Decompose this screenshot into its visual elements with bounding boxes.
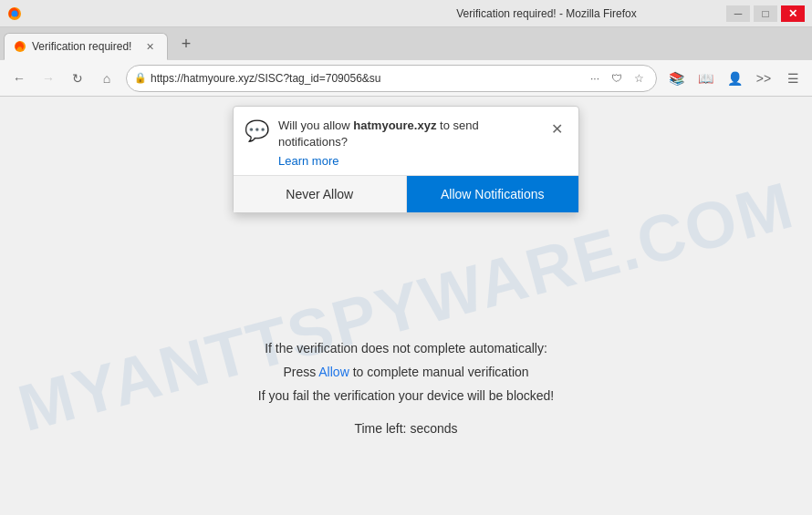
maximize-button[interactable]: □ <box>754 5 777 22</box>
security-icon: 🔒 <box>134 72 147 84</box>
library-button[interactable]: 📚 <box>662 65 690 92</box>
svg-point-1 <box>12 10 18 16</box>
window-controls: ─ □ ✕ <box>726 5 805 22</box>
account-button[interactable]: 👤 <box>721 65 748 92</box>
active-tab[interactable]: Verification required! ✕ <box>4 33 168 60</box>
popup-text-area: Will you allow hatmyoure.xyz to send not… <box>278 118 536 168</box>
time-left: Time left: seconds <box>258 421 555 436</box>
page-content: 💬 Will you allow hatmyoure.xyz to send n… <box>0 97 812 515</box>
address-actions: ··· 🛡 ☆ <box>585 68 649 88</box>
new-tab-button[interactable]: + <box>173 31 199 57</box>
popup-question: Will you allow hatmyoure.xyz to send not… <box>278 118 536 150</box>
close-button[interactable]: ✕ <box>781 5 805 22</box>
minimize-button[interactable]: ─ <box>726 5 750 22</box>
address-input[interactable] <box>151 72 581 85</box>
popup-header: 💬 Will you allow hatmyoure.xyz to send n… <box>234 107 578 175</box>
popup-close-button[interactable]: ✕ <box>546 118 567 139</box>
tab-close-button[interactable]: ✕ <box>141 38 158 55</box>
allow-notifications-button[interactable]: Allow Notifications <box>407 176 579 212</box>
popup-domain: hatmyoure.xyz <box>353 118 436 132</box>
home-button[interactable]: ⌂ <box>93 65 120 92</box>
toolbar: ← → ↻ ⌂ 🔒 ··· 🛡 ☆ 📚 📖 👤 >> ☰ <box>0 60 812 97</box>
reload-button[interactable]: ↻ <box>64 65 91 92</box>
notification-popup: 💬 Will you allow hatmyoure.xyz to send n… <box>233 106 579 213</box>
tab-label: Verification required! <box>32 40 138 53</box>
toolbar-right: 📚 📖 👤 >> ☰ <box>662 65 807 92</box>
forward-button[interactable]: → <box>35 65 62 92</box>
browser-content: MYANTTSPYWARE.COM 💬 Will you allow hatmy… <box>0 97 812 515</box>
popup-learn-more-link[interactable]: Learn more <box>278 154 536 168</box>
back-button[interactable]: ← <box>5 65 33 92</box>
titlebar-left <box>7 6 367 21</box>
addons-button[interactable]: >> <box>750 65 777 92</box>
popup-question-prefix: Will you allow <box>278 118 353 132</box>
page-line1: If the verification does not complete au… <box>258 341 555 355</box>
page-line2-prefix: Press <box>283 365 318 379</box>
firefox-icon <box>7 6 22 21</box>
page-line2-suffix: to complete manual verification <box>349 365 529 379</box>
page-line3: If you fail the verification your device… <box>258 388 555 403</box>
more-button[interactable]: ··· <box>585 68 605 88</box>
page-line2-highlight: Allow <box>318 365 349 379</box>
address-bar-container: 🔒 ··· 🛡 ☆ <box>126 65 657 92</box>
popup-actions: Never Allow Allow Notifications <box>234 175 578 212</box>
tab-favicon <box>14 40 26 53</box>
window-title: Verification required! - Mozilla Firefox <box>367 7 726 20</box>
title-bar: Verification required! - Mozilla Firefox… <box>0 0 812 27</box>
page-line2: Press Allow to complete manual verificat… <box>258 365 555 379</box>
notification-icon: 💬 <box>245 119 269 143</box>
shield-button[interactable]: 🛡 <box>607 68 627 88</box>
never-allow-button[interactable]: Never Allow <box>234 176 407 212</box>
menu-button[interactable]: ☰ <box>779 65 807 92</box>
tab-bar: Verification required! ✕ + <box>0 27 812 60</box>
star-button[interactable]: ☆ <box>629 68 649 88</box>
reader-button[interactable]: 📖 <box>692 65 719 92</box>
